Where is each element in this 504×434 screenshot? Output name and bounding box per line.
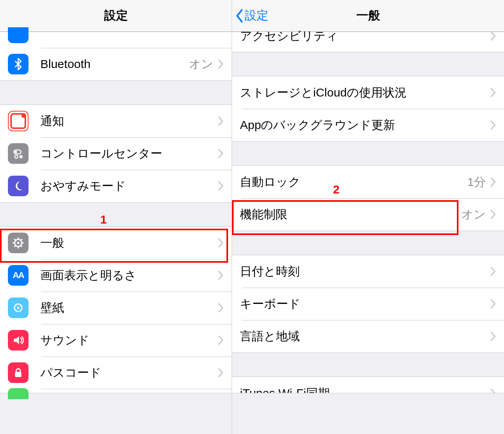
chevron-right-icon: [217, 59, 224, 70]
general-row-storage[interactable]: ストレージとiCloudの使用状況: [232, 76, 504, 109]
gear-icon: [8, 233, 29, 253]
chevron-right-icon: [490, 266, 496, 277]
svg-point-1: [15, 151, 17, 153]
chevron-right-icon: [490, 298, 496, 309]
settings-row-general[interactable]: 一般: [0, 227, 232, 259]
notifications-icon: [8, 111, 29, 131]
svg-rect-24: [15, 372, 21, 377]
settings-row-next-partial[interactable]: [0, 389, 232, 393]
general-row-autolock[interactable]: 自動ロック 1分: [232, 166, 504, 198]
svg-point-19: [21, 307, 23, 309]
settings-row-wallpaper[interactable]: 壁紙: [0, 292, 232, 324]
general-row-restrictions[interactable]: 機能制限 オン: [232, 198, 504, 231]
chevron-right-icon: [217, 270, 224, 281]
row-label: Appのバックグラウンド更新: [240, 117, 490, 133]
row-label: 日付と時刻: [240, 263, 490, 280]
svg-point-23: [15, 309, 17, 311]
row-label: パスコード: [40, 365, 217, 381]
chevron-right-icon: [217, 180, 224, 191]
svg-point-18: [14, 307, 15, 309]
general-row-accessibility[interactable]: アクセシビリティ: [232, 32, 504, 52]
svg-point-16: [17, 303, 19, 305]
svg-point-21: [20, 309, 21, 311]
general-row-keyboard[interactable]: キーボード: [232, 288, 504, 320]
row-label: コントロールセンター: [40, 146, 217, 162]
svg-point-22: [20, 305, 21, 306]
svg-line-11: [21, 246, 22, 247]
settings-row-bluetooth[interactable]: Bluetooth オン: [0, 48, 232, 80]
svg-point-3: [19, 155, 23, 158]
row-label: キーボード: [240, 296, 490, 312]
row-label: 一般: [40, 235, 217, 251]
row-label: 自動ロック: [240, 174, 467, 190]
general-row-bg-refresh[interactable]: Appのバックグラウンド更新: [232, 109, 504, 141]
chevron-right-icon: [490, 209, 496, 220]
chevron-right-icon: [490, 30, 496, 42]
chevron-right-icon: [217, 367, 224, 378]
chevron-right-icon: [490, 87, 496, 98]
settings-row-sounds[interactable]: サウンド: [0, 324, 232, 356]
row-label: 機能制限: [240, 207, 461, 223]
settings-header: 設定: [0, 0, 232, 32]
row-label: Bluetooth: [40, 57, 189, 71]
row-label: iTunes Wi-Fi同期: [240, 385, 490, 394]
settings-row-partial[interactable]: [0, 32, 232, 48]
chevron-right-icon: [217, 116, 224, 127]
general-row-language[interactable]: 言語と地域: [232, 320, 504, 353]
lock-icon: [8, 362, 29, 383]
chevron-right-icon: [490, 331, 496, 342]
svg-point-2: [15, 155, 18, 158]
annotation-label-1: 1: [100, 213, 107, 226]
general-title: 一般: [356, 8, 380, 24]
chevron-right-icon: [217, 148, 224, 159]
display-icon: AA: [8, 265, 29, 286]
svg-line-12: [21, 239, 22, 240]
general-pane: 設定 一般 アクセシビリティ ストレージとiCloudの使用状況 Appのバック…: [232, 0, 504, 434]
sound-icon: [8, 330, 29, 351]
row-label: 言語と地域: [240, 328, 490, 345]
back-button[interactable]: 設定: [235, 0, 268, 31]
annotation-label-2: 2: [333, 183, 340, 196]
settings-pane: 設定 Bluetooth オン: [0, 0, 232, 434]
row-label: サウンド: [40, 332, 217, 349]
settings-row-control-center[interactable]: コントロールセンター: [0, 137, 232, 170]
row-label: ストレージとiCloudの使用状況: [240, 85, 490, 101]
row-label: 画面表示と明るさ: [40, 267, 217, 284]
svg-line-10: [14, 239, 15, 240]
row-label: おやすみモード: [40, 178, 217, 194]
general-header: 設定 一般: [232, 0, 504, 32]
settings-row-dnd[interactable]: おやすみモード: [0, 170, 232, 202]
wallpaper-icon: [8, 298, 29, 318]
settings-row-display[interactable]: AA 画面表示と明るさ: [0, 259, 232, 292]
row-label: 壁紙: [40, 300, 217, 316]
general-row-datetime[interactable]: 日付と時刻: [232, 255, 504, 288]
svg-point-15: [17, 307, 19, 309]
chevron-right-icon: [490, 176, 496, 188]
settings-title: 設定: [104, 8, 128, 24]
svg-point-5: [17, 242, 19, 244]
chevron-right-icon: [217, 335, 224, 346]
row-value: 1分: [467, 174, 486, 190]
chevron-right-icon: [217, 237, 224, 248]
svg-line-13: [14, 246, 15, 247]
chevron-right-icon: [217, 302, 224, 313]
svg-point-20: [15, 305, 17, 306]
chevron-right-icon: [490, 119, 496, 131]
settings-row-notifications[interactable]: 通知: [0, 105, 232, 137]
next-icon: [8, 388, 29, 399]
row-value: オン: [189, 56, 213, 72]
chevron-right-icon: [490, 388, 496, 393]
square-icon: [8, 27, 29, 43]
svg-point-17: [17, 311, 19, 312]
row-label: アクセシビリティ: [240, 28, 490, 44]
row-label: 通知: [40, 113, 217, 129]
general-row-itunes[interactable]: iTunes Wi-Fi同期: [232, 377, 504, 393]
row-value: オン: [461, 207, 486, 223]
bluetooth-icon: [8, 54, 29, 74]
back-label: 設定: [245, 8, 268, 24]
settings-row-passcode[interactable]: パスコード: [0, 356, 232, 389]
control-center-icon: [8, 143, 29, 164]
moon-icon: [8, 176, 29, 196]
